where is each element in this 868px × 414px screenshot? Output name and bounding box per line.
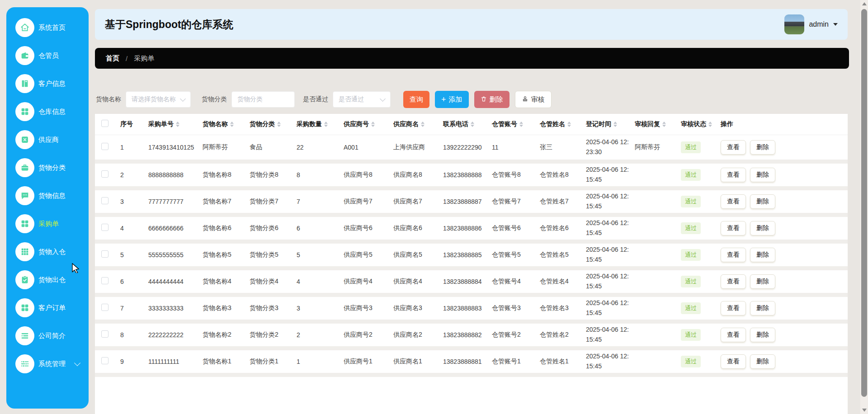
add-button[interactable]: + 添加: [435, 91, 469, 108]
sidebar-item-label: 采购单: [38, 220, 59, 228]
avatar: [784, 14, 804, 34]
delete-row-button[interactable]: 删除: [750, 194, 775, 209]
view-button[interactable]: 查看: [721, 140, 746, 155]
delete-row-button[interactable]: 删除: [750, 328, 775, 342]
sidebar-item-home[interactable]: 系统首页: [15, 18, 84, 37]
row-checkbox[interactable]: [101, 224, 108, 231]
view-button[interactable]: 查看: [721, 221, 746, 235]
sidebar-item-goods-category[interactable]: 货物分类: [15, 158, 84, 177]
column-header-label: 货物名称: [203, 120, 228, 128]
select-all-checkbox[interactable]: [101, 120, 108, 127]
delete-row-button[interactable]: 删除: [750, 354, 775, 369]
column-header[interactable]: 货物名称: [202, 114, 249, 135]
sidebar-item-label: 客户信息: [38, 80, 66, 88]
sidebar-item-goods-inbound[interactable]: 货物入仓: [15, 242, 84, 261]
column-header[interactable]: 仓管账号: [491, 114, 539, 135]
query-button[interactable]: 查询: [403, 91, 429, 108]
scrollbar[interactable]: [860, 0, 868, 414]
cell-audit-reply: 阿斯蒂芬: [634, 135, 680, 161]
scrollbar-thumb[interactable]: [861, 9, 867, 397]
sidebar-item-label: 仓库信息: [38, 108, 66, 116]
audit-button[interactable]: 审核: [515, 91, 552, 108]
row-checkbox[interactable]: [101, 250, 108, 258]
sort-carets-icon[interactable]: [708, 122, 712, 127]
sidebar-item-company-profile[interactable]: 公司简介: [15, 326, 84, 345]
sort-carets-icon[interactable]: [277, 122, 281, 127]
sort-carets-icon[interactable]: [662, 122, 666, 127]
status-badge: 通过: [681, 196, 701, 207]
row-checkbox[interactable]: [101, 143, 108, 150]
sort-carets-icon[interactable]: [176, 122, 179, 127]
pass-select[interactable]: 是否通过: [333, 91, 391, 108]
column-header[interactable]: 仓管姓名: [539, 114, 585, 135]
row-checkbox[interactable]: [101, 170, 108, 178]
column-header[interactable]: 货物分类: [249, 114, 296, 135]
breadcrumb-home[interactable]: 首页: [106, 54, 119, 63]
cell-order-no: 5555555555: [147, 241, 202, 268]
view-button[interactable]: 查看: [721, 274, 746, 289]
row-checkbox[interactable]: [101, 330, 108, 338]
column-header[interactable]: 审核状态: [680, 114, 720, 135]
delete-row-button[interactable]: 删除: [750, 301, 775, 315]
delete-button[interactable]: 删除: [474, 91, 509, 108]
sort-carets-icon[interactable]: [471, 122, 474, 127]
delete-row-button[interactable]: 删除: [750, 274, 775, 289]
row-checkbox[interactable]: [101, 304, 108, 311]
scroll-up-arrow-icon[interactable]: [862, 2, 867, 5]
plus-icon: +: [441, 95, 446, 104]
sort-carets-icon[interactable]: [230, 122, 234, 127]
delete-row-button[interactable]: 删除: [750, 221, 775, 235]
sort-carets-icon[interactable]: [519, 122, 523, 127]
view-button[interactable]: 查看: [721, 194, 746, 209]
view-button[interactable]: 查看: [721, 354, 746, 369]
sort-carets-icon[interactable]: [421, 122, 425, 127]
goods-category-input[interactable]: 货物分类: [231, 91, 295, 108]
column-header[interactable]: 联系电话: [442, 114, 491, 135]
sidebar-item-customer-info[interactable]: 客户信息: [15, 74, 84, 93]
sidebar-item-purchase-order[interactable]: 采购单: [15, 214, 84, 233]
column-header[interactable]: 审核回复: [634, 114, 680, 135]
cell-keeper-account: 11: [491, 135, 539, 161]
sidebar-item-supplier[interactable]: 供应商: [15, 130, 84, 149]
column-header-label: 审核状态: [681, 120, 706, 128]
column-header[interactable]: 登记时间: [585, 114, 634, 135]
sort-carets-icon[interactable]: [324, 122, 328, 127]
row-checkbox[interactable]: [101, 197, 108, 204]
cell-goods-name: 货物名称2: [202, 321, 249, 348]
row-checkbox[interactable]: [101, 357, 108, 364]
delete-row-button[interactable]: 删除: [750, 248, 775, 262]
cell-order-no: 4444444444: [147, 268, 202, 295]
row-checkbox[interactable]: [101, 277, 108, 284]
cell-actions: 查看删除: [720, 348, 848, 375]
cell-supplier-name: 供应商名4: [392, 268, 442, 295]
sidebar-item-warehouse-info[interactable]: 仓库信息: [15, 102, 84, 121]
sidebar-item-goods-outbound[interactable]: 货物出仓: [15, 270, 84, 289]
sidebar-item-customer-order[interactable]: 客户订单: [15, 298, 84, 317]
scroll-down-arrow-icon[interactable]: [862, 409, 867, 412]
sidebar-item-system-manage[interactable]: 系统管理: [15, 354, 84, 373]
goods-category-label: 货物分类: [202, 95, 227, 104]
view-button[interactable]: 查看: [721, 168, 746, 182]
cell-keeper-account: 仓管账号6: [491, 215, 539, 241]
goods-name-select[interactable]: 请选择货物名称: [126, 91, 191, 108]
user-menu[interactable]: admin: [784, 14, 838, 34]
column-header[interactable]: 供应商号: [343, 114, 392, 135]
sort-carets-icon[interactable]: [613, 122, 617, 127]
cell-order-no: 8888888888: [147, 161, 202, 188]
cell-seq: 6: [119, 268, 147, 295]
sort-carets-icon[interactable]: [371, 122, 375, 127]
cell-audit-reply: [634, 161, 680, 188]
view-button[interactable]: 查看: [721, 248, 746, 262]
sidebar-item-goods-info[interactable]: 货物信息: [15, 186, 84, 205]
sidebar-item-keeper[interactable]: 仓管员: [15, 46, 84, 65]
chat-icon: [15, 186, 34, 205]
sort-carets-icon[interactable]: [567, 122, 571, 127]
column-header[interactable]: 采购数量: [296, 114, 343, 135]
delete-row-button[interactable]: 删除: [750, 168, 775, 182]
delete-row-button[interactable]: 删除: [750, 140, 775, 155]
view-button[interactable]: 查看: [721, 328, 746, 342]
view-button[interactable]: 查看: [721, 301, 746, 315]
column-header[interactable]: 供应商名: [392, 114, 442, 135]
column-header[interactable]: 采购单号: [147, 114, 202, 135]
home-icon: [15, 18, 34, 37]
